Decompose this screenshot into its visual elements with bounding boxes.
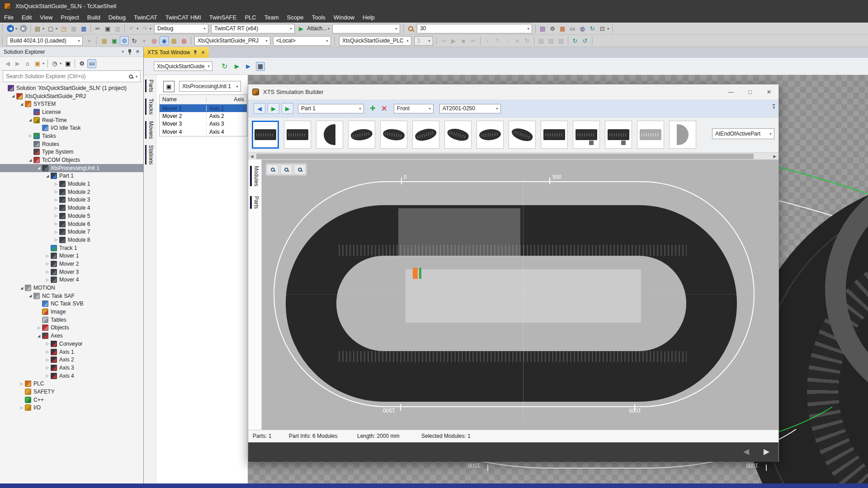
xts-sim-mode-icon[interactable]: ▦ xyxy=(256,62,265,71)
tree-item-real-time[interactable]: ◢Real-Time xyxy=(0,116,143,124)
table-row[interactable]: Mover 1Axis 1 xyxy=(160,104,247,112)
menu-item-view[interactable]: View xyxy=(36,13,57,22)
tab-modules[interactable]: Modules xyxy=(253,166,259,186)
tree-collapsed-arrow-icon[interactable]: ▷ xyxy=(53,214,59,218)
module-thumbnail-7[interactable] xyxy=(444,121,472,149)
tree-collapsed-arrow-icon[interactable]: ▷ xyxy=(45,262,50,266)
tree-item-module-2[interactable]: ▷Module 2 xyxy=(0,188,143,196)
redo-icon[interactable]: ↷ xyxy=(140,24,149,33)
part-combo[interactable]: Part 1▾ xyxy=(298,104,364,113)
tree-item-motion[interactable]: ◢MOTION xyxy=(0,284,143,292)
refresh-icon[interactable]: ↻ xyxy=(588,24,597,33)
xts-start-icon[interactable]: ▶ xyxy=(232,62,241,71)
new-project-icon[interactable]: ▤ xyxy=(33,24,42,33)
tree-collapsed-arrow-icon[interactable]: ▷ xyxy=(45,342,50,346)
tree-item-module-6[interactable]: ▷Module 6 xyxy=(0,220,143,228)
twincat-project-icon[interactable]: ▣ xyxy=(110,36,119,45)
tree-expanded-arrow-icon[interactable]: ◢ xyxy=(10,94,16,98)
tree-collapsed-arrow-icon[interactable]: ▷ xyxy=(45,270,50,274)
module-thumbnail-5[interactable] xyxy=(380,121,407,149)
tree-collapsed-arrow-icon[interactable]: ▷ xyxy=(45,278,50,282)
module-thumbnail-3[interactable] xyxy=(316,121,343,149)
tree-collapsed-arrow-icon[interactable]: ▷ xyxy=(53,198,59,202)
tree-collapsed-arrow-icon[interactable]: ▷ xyxy=(53,230,59,234)
overflow-icon[interactable]: ▾ xyxy=(85,36,94,45)
prev-part-icon[interactable]: ◀ xyxy=(743,447,749,456)
collapse-toolbar-icon[interactable]: ▾ xyxy=(773,104,775,110)
menu-item-debug[interactable]: Debug xyxy=(104,13,130,22)
people-icon[interactable]: ◍ xyxy=(578,24,587,33)
menu-item-project[interactable]: Project xyxy=(57,13,83,22)
menu-item-tools[interactable]: Tools xyxy=(307,13,329,22)
tree-collapsed-arrow-icon[interactable]: ▷ xyxy=(53,190,59,194)
free-run-icon[interactable]: ◉ xyxy=(160,36,169,45)
tree-item-axis-3[interactable]: ▷Axis 3 xyxy=(0,364,143,372)
tree-collapsed-arrow-icon[interactable]: ▷ xyxy=(19,406,24,410)
tree-item-system[interactable]: ◢SYSTEM xyxy=(0,100,143,108)
nav-forward-icon[interactable]: ▶ xyxy=(268,103,279,114)
toolbox-icon[interactable]: ▭ xyxy=(568,24,577,33)
menu-item-scope[interactable]: Scope xyxy=(283,13,308,22)
tab-tracks[interactable]: Tracks xyxy=(148,99,154,115)
module-thumbnail-13[interactable] xyxy=(637,121,664,149)
tree-collapsed-arrow-icon[interactable]: ▷ xyxy=(19,382,24,386)
tree-collapsed-arrow-icon[interactable]: ▷ xyxy=(36,326,42,330)
tab-close-icon[interactable]: ✕ xyxy=(201,50,205,56)
tree-item-module-8[interactable]: ▷Module 8 xyxy=(0,236,143,244)
menu-item-plc[interactable]: PLC xyxy=(241,13,260,22)
tree-collapsed-arrow-icon[interactable]: ▷ xyxy=(53,238,59,242)
project-combo[interactable]: XtsQuickStartGuide_PRJ▾ xyxy=(194,36,270,46)
switch-views-icon[interactable]: ▣ xyxy=(33,59,42,68)
config-mode-icon[interactable]: ⚙ xyxy=(120,36,129,45)
tree-item-track-1[interactable]: Track 1 xyxy=(0,244,143,252)
dropdown-arrow-icon[interactable]: ▾ xyxy=(328,27,330,31)
toolbar-grip[interactable] xyxy=(95,37,98,45)
find-combo[interactable]: 30▾ xyxy=(417,24,532,33)
scan-icon[interactable]: ✦ xyxy=(140,36,149,45)
search-box[interactable]: Search Solution Explorer (Ctrl+ü) ▾ xyxy=(3,70,141,82)
tree-item-c-[interactable]: C++ xyxy=(0,396,143,404)
tree-item-xtsquickstartguide-prj[interactable]: ◢XtsQuickStartGuide_PRJ xyxy=(0,92,143,100)
toolbar-grip[interactable] xyxy=(334,37,336,45)
restart-icon[interactable]: ↻ xyxy=(523,36,532,45)
tree-item-axes[interactable]: ◢Axes xyxy=(0,332,143,340)
tree-item-module-1[interactable]: ▷Module 1 xyxy=(0,180,143,188)
home-icon[interactable]: ⌂ xyxy=(23,59,32,68)
logout-icon[interactable]: ↩ xyxy=(469,36,478,45)
reload-devices-icon[interactable]: ↻ xyxy=(130,36,139,45)
tree-item-tables[interactable]: Tables xyxy=(0,316,143,324)
module-thumbnail-9[interactable] xyxy=(509,121,536,149)
xts-run-combo[interactable]: XtsQuickStartGuide_I▾ xyxy=(154,61,212,71)
config-combo[interactable]: Debug▾ xyxy=(154,24,208,33)
menu-item-edit[interactable]: Edit xyxy=(18,13,36,22)
tree-item-tasks[interactable]: ▷Tasks xyxy=(0,132,143,140)
restart-twincat-icon[interactable]: ◎ xyxy=(150,36,159,45)
module-thumbnail-11[interactable] xyxy=(573,121,600,149)
tree-collapsed-arrow-icon[interactable]: ▷ xyxy=(45,350,50,354)
module-thumbnail-4[interactable] xyxy=(348,121,375,149)
step-out-icon[interactable]: ↑ xyxy=(503,36,512,45)
pane-menu-icon[interactable]: ▾ xyxy=(122,50,124,54)
sync-icon[interactable]: ▣ xyxy=(63,59,72,68)
breakpoint3-icon[interactable]: ▤ xyxy=(557,36,566,45)
module-thumbnail-6[interactable] xyxy=(412,121,439,149)
tree-item-nc-task-svb[interactable]: NC Task SVB xyxy=(0,300,143,308)
column-header-axis[interactable]: Axis xyxy=(207,96,247,103)
tree-item-part-1[interactable]: ◢Part 1 xyxy=(0,172,143,180)
nav-back-icon[interactable]: ◀ xyxy=(6,24,15,33)
tree-item-mover-2[interactable]: ▷Mover 2 xyxy=(0,260,143,268)
table-row[interactable]: Mover 4Axis 4 xyxy=(160,128,247,136)
scroll-right-icon[interactable]: ▶ xyxy=(771,153,778,160)
selected-module-highlight[interactable] xyxy=(398,208,520,256)
login-icon[interactable]: ↪ xyxy=(439,36,448,45)
scrollbar-thumb[interactable] xyxy=(256,154,754,159)
start-icon[interactable]: ▶ xyxy=(449,36,458,45)
module-thumbnail-14[interactable] xyxy=(669,121,696,149)
tree-expanded-arrow-icon[interactable]: ◢ xyxy=(28,158,33,162)
toolbar-grip[interactable] xyxy=(612,24,614,33)
tree-expanded-arrow-icon[interactable]: ◢ xyxy=(36,166,42,170)
next-part-icon[interactable]: ▶ xyxy=(764,447,769,456)
back-icon[interactable]: ◀ xyxy=(3,59,12,68)
breakpoint2-icon[interactable]: ▤ xyxy=(547,36,556,45)
minimize-icon[interactable]: — xyxy=(722,89,741,95)
